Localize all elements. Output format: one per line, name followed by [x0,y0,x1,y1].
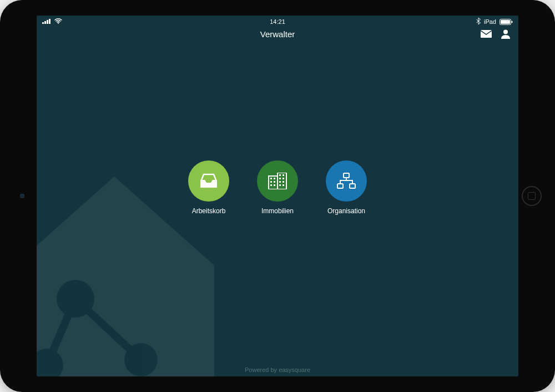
tablet-device-frame: 14:21 iPad Verwalter [0,0,555,392]
tile-label: Organisation [327,207,365,215]
buildings-icon [268,173,287,189]
screen: 14:21 iPad Verwalter [37,16,518,376]
tile-label: Arbeitskorb [192,207,226,215]
footer-text: Powered by easysquare [37,366,518,373]
tile-label: Immobilien [261,207,294,215]
tile-grid: Arbeitskorb [188,160,367,215]
tile-circle [326,160,367,202]
inbox-icon [199,173,218,189]
svg-rect-24 [282,174,284,176]
svg-rect-26 [282,178,284,179]
device-home-button[interactable] [522,186,542,206]
svg-rect-30 [282,184,284,186]
device-camera [20,194,24,198]
svg-rect-27 [279,181,281,183]
svg-rect-28 [282,181,284,183]
svg-rect-22 [274,184,275,186]
svg-rect-23 [279,174,281,176]
svg-rect-20 [274,181,275,183]
svg-rect-16 [278,173,286,189]
svg-rect-29 [279,184,281,186]
tile-circle [257,160,298,202]
svg-rect-17 [270,178,272,179]
tile-arbeitskorb[interactable]: Arbeitskorb [188,160,229,215]
svg-rect-15 [269,176,278,189]
svg-rect-21 [270,184,272,186]
org-chart-icon [336,173,356,189]
svg-rect-32 [337,184,343,188]
home-content: Arbeitskorb [37,16,518,376]
tile-organisation[interactable]: Organisation [326,160,367,215]
tile-immobilien[interactable]: Immobilien [257,160,298,215]
svg-rect-31 [344,173,349,178]
svg-rect-33 [350,184,355,188]
svg-rect-25 [279,178,281,179]
svg-rect-19 [270,181,272,183]
svg-rect-18 [274,178,275,179]
tile-circle [188,160,229,202]
